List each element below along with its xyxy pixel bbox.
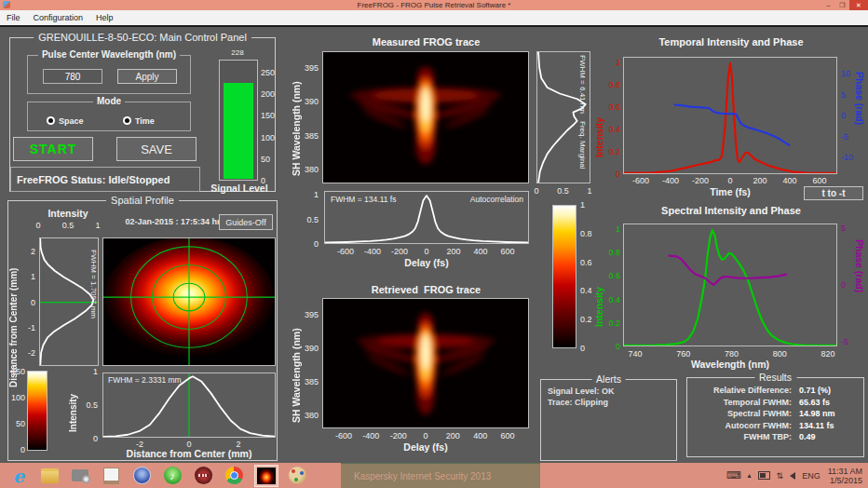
music-player-icon[interactable]: ♪ — [160, 465, 184, 487]
apply-button[interactable]: Apply — [117, 69, 177, 84]
language-indicator[interactable]: ENG — [802, 471, 821, 481]
clock[interactable]: 11:31 AM 1/5/2015 — [828, 467, 862, 485]
main-control-panel: GRENOUILLE-8-50-ECO: Main Control Panel … — [9, 37, 276, 192]
radio-space-dot — [47, 116, 55, 125]
tray-expand-icon[interactable]: ▴ — [748, 471, 752, 480]
horizontal-fwhm-annotation: FWHM = 2.3331 mm — [108, 375, 182, 385]
temporal-xticks: -600-400-2000200400600 — [623, 176, 837, 185]
result-row-temporal-fwhm: Temporal FWHM: 65.63 fs — [687, 397, 863, 409]
signal-level-ticks: 250200150100500 — [261, 60, 276, 181]
spectral-ylabel-right: Phase (rad) — [854, 239, 865, 328]
autocorr-yticks: 10.50 — [304, 191, 319, 244]
vertical-profile-top-ticks: 00.51 — [36, 221, 100, 230]
retrieved-frog-heatmap — [322, 298, 529, 428]
mode-group: Mode Space Time — [27, 102, 191, 131]
start-button[interactable]: START — [13, 137, 93, 161]
kaspersky-taskbar-button[interactable]: Kaspersky Internet Security 2013 — [341, 463, 540, 488]
guides-toggle-button[interactable]: Guides-Off — [219, 214, 273, 230]
result-row-spectral-fwhm: Spectral FWHM: 14.98 nm — [687, 408, 863, 420]
alerts-title: Alerts — [591, 373, 626, 386]
retrieved-frog-title: Retrieved FROG trace — [321, 284, 531, 295]
menu-configuration[interactable]: Configuration — [27, 13, 90, 22]
touch-keyboard-icon[interactable]: ⌨ — [726, 469, 741, 481]
beam-profile-image — [102, 237, 276, 366]
temporal-yticks-left: 10.80.60.40.20 — [604, 57, 620, 174]
marginal-label: Freq. Marginal — [578, 121, 587, 169]
menu-help[interactable]: Help — [89, 13, 120, 22]
workspace: GRENOUILLE-8-50-ECO: Main Control Panel … — [0, 25, 868, 463]
signal-level-label: Signal Level — [202, 183, 277, 194]
radio-time[interactable]: Time — [123, 111, 155, 128]
temporal-ylabel-right: Phase (rad) — [854, 72, 865, 160]
spatial-profile-panel: Spatial Profile Intensity 00.51 02-Jan-2… — [7, 200, 278, 461]
close-button[interactable]: ✕ — [849, 0, 868, 10]
wavelength-group: Pulse Center Wavelength (nm) Apply — [27, 55, 191, 94]
restore-button[interactable]: ❐ — [835, 0, 849, 10]
media-player-icon[interactable] — [129, 465, 154, 487]
temporal-plot — [623, 57, 837, 174]
windows-taskbar: e ♪ — [0, 463, 868, 488]
dvd-drive-icon[interactable] — [68, 465, 92, 487]
vertical-profile-yticks: 210-1-2 — [23, 237, 35, 366]
spatial-colorbar-ticks: 150100500 — [8, 369, 25, 453]
autocorrelation-plot: FWHM = 134.11 fs Autocorrelation — [324, 191, 529, 244]
wavelength-input[interactable] — [43, 69, 102, 84]
menu-bar: File Configuration Help — [0, 10, 868, 26]
chrome-icon[interactable] — [222, 465, 246, 487]
marginal-xticks: 00.51 — [535, 186, 592, 196]
retrieved-frog-xticks: -600-400-2000200400600 — [322, 431, 529, 441]
window-title: FreeFROG - FROG Pulse Retrieval Software… — [0, 0, 868, 10]
minimize-button[interactable]: – — [821, 0, 835, 10]
horizontal-profile-ylabel: Intensity — [68, 380, 78, 432]
media-red-icon[interactable] — [191, 465, 215, 487]
autocorr-xlabel: Delay (fs) — [324, 257, 529, 268]
radio-space[interactable]: Space — [47, 111, 84, 128]
measured-frog-yticks: 395390385380 — [302, 51, 319, 183]
autocorr-fwhm-annotation: FWHM = 134.11 fs — [331, 195, 396, 204]
freefrog-taskbar-icon[interactable] — [254, 465, 278, 487]
results-panel: Results Relative Difference: 0.71 (%) Te… — [686, 377, 864, 457]
result-row-fwhm-tbp: FWHM TBP: 0.49 — [687, 431, 863, 443]
spectral-xlabel: Wavelength (nm) — [623, 359, 837, 370]
frog-colorbar — [552, 205, 576, 348]
retrieved-frog-xlabel: Delay (fs) — [322, 441, 529, 453]
paint-palette-icon[interactable] — [285, 465, 309, 487]
battery-icon[interactable] — [758, 471, 770, 480]
alert-signal-level: Signal Level: OK — [548, 386, 676, 397]
distance-ylabel: Distance from Center (mm) — [8, 238, 19, 387]
horizontal-profile-yticks: 10.50 — [83, 372, 98, 439]
volume-icon[interactable] — [790, 472, 795, 480]
status-text: FreeFROG Status: Idle/Stopped — [17, 174, 170, 185]
spectral-plot — [623, 224, 837, 346]
system-tray: ⌨ ▴ ⇅ ENG 11:31 AM 1/5/2015 — [726, 463, 866, 488]
result-row-relative-difference: Relative Difference: 0.71 (%) — [687, 385, 863, 397]
spatial-profile-title: Spatial Profile — [106, 195, 179, 207]
spectral-yticks-left: 10.80.60.40.20 — [604, 224, 620, 346]
control-panel-title: GRENOUILLE-8-50-ECO: Main Control Panel — [34, 32, 251, 44]
vertical-fwhm-annotation: FWHM = 1.7097 mm — [89, 250, 98, 319]
file-explorer-icon[interactable] — [37, 465, 61, 487]
save-button[interactable]: SAVE — [116, 137, 197, 161]
status-box: FreeFROG Status: Idle/Stopped — [10, 167, 200, 192]
paint-easel-icon[interactable] — [99, 465, 123, 487]
network-icon[interactable]: ⇅ — [777, 471, 784, 481]
retrieved-frog-ylabel: SH Wavelength (nm) — [291, 306, 302, 423]
horizontal-profile-xlabel: Distance from Center (mm) — [102, 448, 276, 459]
spectral-title: Spectral Intensity and Phase — [615, 205, 848, 216]
app-window: FreeFROG - FROG Pulse Retrieval Software… — [0, 0, 868, 488]
alerts-panel: Alerts Signal Level: OK Trace: Clipping — [540, 379, 677, 461]
autocorr-label: Autocorrelation — [470, 195, 523, 204]
measured-frog-heatmap — [322, 51, 529, 183]
signal-level-fill — [224, 83, 253, 179]
result-row-autocorr-fwhm: Autocorr FWHM: 134.11 fs — [687, 420, 863, 432]
radio-time-dot — [123, 116, 131, 125]
time-reverse-button[interactable]: t to -t — [804, 186, 863, 200]
java-app-icon — [3, 1, 10, 8]
autocorr-xticks: -600-400-2000200400600 — [324, 247, 529, 256]
mode-group-title: Mode — [93, 96, 125, 107]
vertical-profile-intensity-label: Intensity — [34, 208, 102, 219]
internet-explorer-icon[interactable]: e — [7, 465, 31, 487]
menu-file[interactable]: File — [0, 13, 27, 22]
alert-trace: Trace: Clipping — [548, 397, 676, 408]
measured-frog-ylabel: SH Wavelength (nm) — [291, 60, 302, 176]
